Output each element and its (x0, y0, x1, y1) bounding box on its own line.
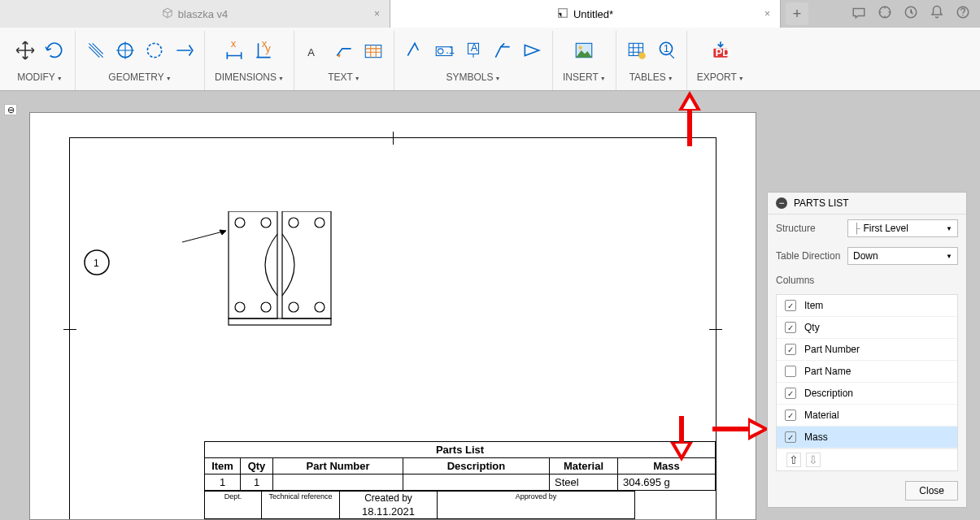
panel-header: − PARTS LIST (768, 193, 966, 214)
ribbon-label[interactable]: EXPORT▼ (697, 72, 744, 83)
taper-icon[interactable] (521, 40, 542, 61)
edge-icon[interactable] (173, 40, 194, 61)
rotate-icon[interactable] (44, 40, 65, 61)
direction-label: Table Direction (776, 250, 841, 262)
tab-inactive[interactable]: blaszka v4 × (0, 0, 390, 28)
checkbox-icon[interactable]: ✓ (785, 300, 796, 311)
part-view (151, 211, 363, 341)
close-button[interactable]: Close (905, 481, 958, 500)
svg-point-28 (261, 218, 271, 228)
ordinate-icon[interactable]: xy (253, 40, 274, 61)
ribbon-label[interactable]: MODIFY▼ (17, 72, 63, 83)
column-item[interactable]: ✓Part Number (777, 339, 957, 361)
svg-text:.1: .1 (446, 44, 455, 56)
svg-point-30 (261, 302, 271, 312)
close-icon[interactable]: × (761, 8, 773, 20)
checkbox-icon[interactable]: ✓ (785, 388, 796, 399)
collapse-icon[interactable]: − (776, 197, 787, 209)
svg-text:y: y (266, 42, 272, 54)
ribbon-modify: MODIFY▼ (5, 31, 76, 90)
column-item[interactable]: ✓Description (777, 383, 957, 405)
extensions-icon[interactable] (878, 5, 892, 23)
job-status-icon[interactable] (904, 5, 918, 23)
column-item[interactable]: ✓Item (777, 295, 957, 317)
svg-rect-35 (229, 318, 331, 325)
balloon-tool-icon[interactable]: 1 (656, 40, 677, 61)
ribbon-label[interactable]: TEXT▼ (328, 72, 360, 83)
ribbon-label[interactable]: SYMBOLS▼ (446, 72, 500, 83)
svg-text:1: 1 (663, 42, 669, 54)
circle-center-icon[interactable] (115, 40, 136, 61)
svg-text:1: 1 (94, 258, 99, 269)
gdt-icon[interactable]: .1 (433, 40, 455, 61)
new-tab-button[interactable]: + (786, 2, 808, 25)
comments-icon[interactable] (852, 5, 866, 23)
circle-icon[interactable] (144, 40, 165, 61)
svg-point-32 (315, 218, 324, 228)
ribbon-label[interactable]: INSERT▼ (563, 72, 606, 83)
table-header: Qty (241, 458, 273, 474)
title-block-created: Created by18.11.2021 (340, 492, 438, 519)
ribbon-tables: 1 TABLES▼ (616, 31, 687, 90)
svg-point-4 (962, 15, 964, 16)
svg-text:A: A (307, 46, 315, 58)
pdf-icon[interactable]: PDF (710, 40, 731, 61)
move-down-button[interactable]: ⇩ (806, 453, 821, 467)
table-icon[interactable] (626, 40, 647, 61)
columns-label: Columns (776, 275, 841, 286)
column-item[interactable]: ✓Qty (777, 317, 957, 339)
columns-label-row: Columns (768, 270, 966, 291)
svg-point-31 (289, 218, 298, 228)
ribbon-label[interactable]: GEOMETRY▼ (108, 72, 171, 83)
top-right-toolbar (842, 0, 980, 28)
move-up-button[interactable]: ⇧ (786, 453, 801, 467)
structure-select[interactable]: ├First Level ▼ (847, 219, 958, 237)
help-icon[interactable] (956, 5, 970, 23)
svg-text:PDF: PDF (715, 46, 731, 58)
table-header: Mass (618, 458, 716, 474)
column-item[interactable]: ✓Material (777, 405, 957, 427)
move-icon[interactable] (15, 40, 36, 61)
svg-point-20 (638, 52, 646, 59)
checkbox-icon[interactable]: ✓ (785, 322, 796, 333)
weld-icon[interactable] (492, 40, 513, 61)
svg-point-34 (315, 302, 324, 312)
title-block-techref: Technical reference (262, 492, 340, 519)
collapse-toggle[interactable]: ⊖ (4, 104, 17, 115)
table-text-icon[interactable] (363, 40, 384, 61)
tab-title: blaszka v4 (178, 8, 228, 20)
svg-text:A: A (471, 41, 478, 54)
svg-point-33 (289, 302, 298, 312)
surface-icon[interactable] (404, 40, 425, 61)
datum-icon[interactable]: A (463, 40, 484, 61)
column-item[interactable]: ✓Mass (777, 427, 957, 448)
checkbox-icon[interactable]: ✓ (785, 410, 796, 421)
title-block-approved: Approved by (438, 492, 635, 519)
svg-point-29 (235, 302, 245, 312)
leader-icon[interactable] (333, 40, 355, 61)
line-icon[interactable] (85, 40, 107, 61)
checkbox-icon[interactable]: ✓ (785, 431, 796, 443)
svg-point-13 (438, 49, 443, 54)
text-icon[interactable]: A (304, 40, 325, 61)
column-item[interactable]: Part Name (777, 361, 957, 383)
table-header: Item (205, 458, 241, 474)
ribbon-symbols: .1 A SYMBOLS▼ (394, 31, 553, 90)
direction-select[interactable]: Down ▼ (847, 247, 958, 265)
tab-active[interactable]: Untitled* × (390, 0, 781, 28)
checkbox-icon[interactable] (785, 366, 796, 377)
ribbon-label[interactable]: TABLES▼ (629, 72, 673, 83)
ribbon-label[interactable]: DIMENSIONS▼ (215, 72, 284, 83)
image-icon[interactable] (573, 40, 595, 61)
svg-point-18 (579, 46, 582, 50)
close-icon[interactable]: × (371, 8, 383, 20)
checkbox-icon[interactable]: ✓ (785, 344, 796, 355)
columns-list: ✓Item ✓Qty ✓Part Number Part Name ✓Descr… (776, 294, 958, 471)
notification-icon[interactable] (930, 5, 944, 23)
title-block-dept: Dept. (205, 492, 262, 519)
ribbon: MODIFY▼ GEOMETRY▼ x xy DIMENSIONS▼ A (0, 28, 980, 91)
drawing-sheet[interactable]: 1 Parts List Item Qty Part Number Descri… (29, 112, 756, 520)
dimension-icon[interactable]: x (224, 40, 245, 61)
ribbon-export: PDF EXPORT▼ (687, 31, 754, 90)
chevron-down-icon: ▼ (946, 253, 952, 260)
